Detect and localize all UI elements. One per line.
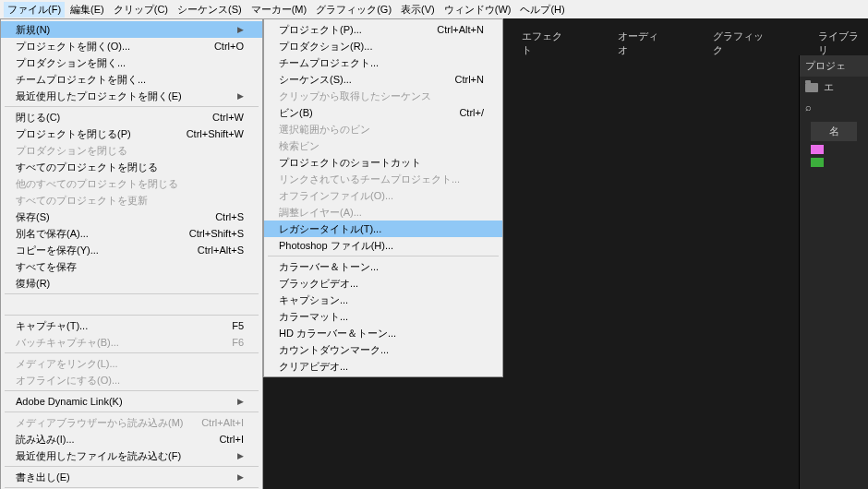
- dropdown-item[interactable]: 書き出し(E)▶: [1, 469, 262, 485]
- dropdown-item[interactable]: 読み込み(I)...Ctrl+I: [1, 431, 262, 447]
- dropdown-item-shortcut: Ctrl+Alt+S: [198, 244, 244, 256]
- dropdown-item-label: すべてのプロジェクトを閉じる: [16, 161, 158, 174]
- panel-search[interactable]: ⌕: [800, 98, 868, 116]
- new-submenu: プロジェクト(P)...Ctrl+Alt+Nプロダクション(R)...チームプロ…: [263, 18, 503, 377]
- dropdown-item-label: 新規(N): [16, 23, 50, 37]
- submenu-item[interactable]: シーケンス(S)...Ctrl+N: [264, 71, 502, 88]
- dropdown-item[interactable]: 別名で保存(A)...Ctrl+Shift+S: [1, 225, 262, 242]
- submenu-item[interactable]: ビン(B)Ctrl+/: [264, 104, 502, 121]
- submenu-item: リンクされているチームプロジェクト...: [264, 171, 502, 187]
- submenu-item: オフラインファイル(O)...: [264, 187, 502, 204]
- menu-marker[interactable]: マーカー(M): [247, 2, 311, 18]
- menu-sequence[interactable]: シーケンス(S): [174, 2, 246, 18]
- chevron-right-icon: ▶: [237, 25, 244, 34]
- submenu-item-label: オフラインファイル(O)...: [279, 189, 393, 203]
- chevron-right-icon: ▶: [237, 91, 244, 101]
- dropdown-item[interactable]: プロジェクトを閉じる(P)Ctrl+Shift+W: [1, 125, 262, 142]
- dropdown-item-label: プロジェクトを閉じる(P): [16, 127, 131, 141]
- separator: [268, 256, 499, 256]
- dropdown-item[interactable]: 新規(N)▶: [1, 21, 262, 38]
- menu-edit[interactable]: 編集(E): [66, 2, 108, 18]
- dropdown-item-shortcut: Ctrl+Shift+W: [187, 128, 244, 139]
- submenu-item[interactable]: カラーバー＆トーン...: [264, 258, 502, 275]
- dropdown-item[interactable]: チームプロジェクトを開く...: [1, 71, 262, 88]
- separator: [5, 352, 259, 353]
- dropdown-item[interactable]: Adobe Dynamic Link(K)▶: [1, 393, 262, 410]
- dropdown-item[interactable]: 最近使用したファイルを読み込む(F)▶: [1, 447, 262, 464]
- label-swatch-pink[interactable]: [811, 145, 824, 154]
- submenu-item[interactable]: HD カラーバー＆トーン...: [264, 325, 502, 341]
- submenu-item: 検索ビン: [264, 137, 502, 154]
- submenu-item-label: ブラックビデオ...: [279, 277, 358, 291]
- submenu-item[interactable]: カウントダウンマーク...: [264, 341, 502, 358]
- submenu-item[interactable]: レガシータイトル(T)...: [264, 221, 502, 237]
- menu-view[interactable]: 表示(V): [397, 2, 439, 18]
- dropdown-item-label: 閉じる(C): [16, 111, 60, 125]
- dropdown-item-shortcut: Ctrl+Alt+I: [201, 417, 244, 428]
- dropdown-item-label: 保存(S): [16, 210, 50, 224]
- menu-window[interactable]: ウィンドウ(W): [440, 2, 515, 18]
- dropdown-item: メディアをリンク(L)...: [1, 355, 262, 372]
- submenu-item[interactable]: Photoshop ファイル(H)...: [264, 237, 502, 254]
- submenu-item[interactable]: プロジェクトのショートカット: [264, 154, 502, 171]
- dropdown-item-label: メディアブラウザーから読み込み(M): [16, 416, 184, 430]
- dropdown-item[interactable]: 保存(S)Ctrl+S: [1, 209, 262, 225]
- submenu-item[interactable]: プロダクション(R)...: [264, 38, 502, 54]
- dropdown-item[interactable]: キャプチャ(T)...F5: [1, 317, 262, 334]
- dropdown-item: 他のすべてのプロジェクトを閉じる: [1, 175, 262, 192]
- submenu-item[interactable]: カラーマット...: [264, 308, 502, 325]
- workspace-tabs: エフェクト オーディオ グラフィック ライブラリ: [503, 30, 868, 57]
- submenu-item-label: 検索ビン: [279, 139, 319, 153]
- file-dropdown: 新規(N)▶プロジェクトを開く(O)...Ctrl+Oプロダクションを開く...…: [0, 18, 263, 489]
- submenu-item-label: カウントダウンマーク...: [279, 343, 389, 357]
- dropdown-item-label: 最近使用したファイルを読み込む(F): [16, 449, 181, 463]
- tab-graphic[interactable]: グラフィック: [713, 30, 772, 57]
- submenu-item-label: カラーバー＆トーン...: [279, 260, 379, 274]
- dropdown-item-label: プロジェクトを開く(O)...: [16, 40, 130, 54]
- submenu-item: 調整レイヤー(A)...: [264, 204, 502, 221]
- separator: [5, 466, 259, 467]
- dropdown-item-label: すべてのプロジェクトを更新: [16, 194, 148, 208]
- submenu-item[interactable]: キャプション...: [264, 292, 502, 308]
- dropdown-item[interactable]: プロジェクトを開く(O)...Ctrl+O: [1, 38, 262, 54]
- dropdown-item[interactable]: 最近使用したプロジェクトを開く(E)▶: [1, 88, 262, 104]
- separator: [5, 390, 259, 391]
- label-swatch-green[interactable]: [811, 158, 824, 167]
- tab-effects[interactable]: エフェクト: [522, 30, 572, 57]
- submenu-item[interactable]: チームプロジェクト...: [264, 54, 502, 71]
- dropdown-item[interactable]: 閉じる(C)Ctrl+W: [1, 109, 262, 125]
- chevron-right-icon: ▶: [237, 451, 244, 460]
- submenu-item[interactable]: プロジェクト(P)...Ctrl+Alt+N: [264, 21, 502, 38]
- submenu-item: クリップから取得したシーケンス: [264, 88, 502, 104]
- separator: [5, 487, 259, 488]
- dropdown-item[interactable]: コピーを保存(Y)...Ctrl+Alt+S: [1, 242, 262, 258]
- dropdown-item: プロダクションを閉じる: [1, 142, 262, 159]
- tab-audio[interactable]: オーディオ: [618, 30, 668, 57]
- panel-header[interactable]: プロジェ: [800, 55, 868, 77]
- dropdown-item[interactable]: 復帰(R): [1, 275, 262, 292]
- dropdown-item[interactable]: すべてのプロジェクトを閉じる: [1, 159, 262, 175]
- separator: [5, 315, 259, 316]
- dropdown-item[interactable]: すべてを保存: [1, 258, 262, 275]
- submenu-item-label: 選択範囲からのビン: [279, 123, 370, 137]
- submenu-item-shortcut: Ctrl+Alt+N: [437, 24, 484, 35]
- menu-graphic[interactable]: グラフィック(G): [312, 2, 395, 18]
- menu-help[interactable]: ヘルプ(H): [516, 2, 568, 18]
- submenu-item[interactable]: クリアビデオ...: [264, 358, 502, 375]
- menu-file[interactable]: ファイル(F): [4, 2, 65, 18]
- submenu-item[interactable]: ブラックビデオ...: [264, 275, 502, 292]
- tab-library[interactable]: ライブラリ: [818, 30, 868, 57]
- submenu-item-label: キャプション...: [279, 293, 348, 307]
- dropdown-item-label: 復帰(R): [16, 277, 50, 291]
- dropdown-item-label: 他のすべてのプロジェクトを閉じる: [16, 177, 178, 191]
- dropdown-item: バッチキャプチャ(B)...F6: [1, 334, 262, 351]
- submenu-item-label: カラーマット...: [279, 310, 348, 324]
- dropdown-item-label: キャプチャ(T)...: [16, 319, 88, 333]
- submenu-item-label: 調整レイヤー(A)...: [279, 206, 362, 220]
- column-name[interactable]: 名: [811, 122, 857, 141]
- submenu-item-shortcut: Ctrl+/: [459, 107, 484, 118]
- dropdown-item-label: メディアをリンク(L)...: [16, 357, 118, 371]
- dropdown-item[interactable]: プロダクションを開く...: [1, 54, 262, 71]
- dropdown-item-shortcut: Ctrl+S: [215, 211, 244, 222]
- menu-clip[interactable]: クリップ(C): [110, 2, 172, 18]
